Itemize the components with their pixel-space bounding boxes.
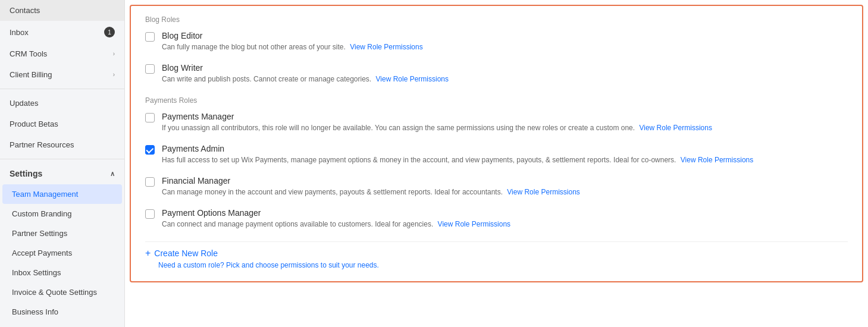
role-item-blog-writer: Blog Writer Can write and publish posts.… xyxy=(145,63,848,84)
role-content-blog-writer: Blog Writer Can write and publish posts.… xyxy=(162,63,848,84)
sidebar-item-updates[interactable]: Updates xyxy=(0,93,124,114)
view-permissions-link[interactable]: View Role Permissions xyxy=(507,188,580,196)
sidebar-item-product-betas[interactable]: Product Betas xyxy=(0,114,124,134)
role-content-blog-editor: Blog Editor Can fully manage the blog bu… xyxy=(162,31,848,52)
view-permissions-link[interactable]: View Role Permissions xyxy=(681,156,754,164)
divider xyxy=(0,159,124,159)
role-item-payment-options-manager: Payment Options Manager Can connect and … xyxy=(145,208,848,229)
payment-roles-list: Payments Manager If you unassign all con… xyxy=(145,112,848,229)
role-desc: If you unassign all contributors, this r… xyxy=(162,122,848,133)
role-item-payments-manager: Payments Manager If you unassign all con… xyxy=(145,112,848,133)
role-desc: Can connect and manage payment options a… xyxy=(162,219,848,229)
roles-content-box: Blog Roles Blog Editor Can fully manage … xyxy=(130,5,863,282)
role-content-payments-admin: Payments Admin Has full access to set up… xyxy=(162,144,848,165)
role-name: Blog Writer xyxy=(162,63,848,73)
role-content-financial-manager: Financial Manager Can manage money in th… xyxy=(162,176,848,197)
checkbox-control[interactable] xyxy=(145,177,155,187)
role-name: Payments Manager xyxy=(162,112,848,121)
checkbox-financial-manager[interactable] xyxy=(145,177,155,187)
sidebar-sub-item-custom-branding[interactable]: Custom Branding xyxy=(0,204,124,224)
sidebar-item-partner-resources[interactable]: Partner Resources xyxy=(0,134,124,155)
sidebar-sub-item-team-management[interactable]: Team Management xyxy=(2,184,122,204)
chevron-up-icon: ∧ xyxy=(110,170,115,178)
role-content-payments-manager: Payments Manager If you unassign all con… xyxy=(162,112,848,133)
sidebar-item-partner-resources-label: Partner Resources xyxy=(10,140,74,149)
sidebar-item-contacts-label: Contacts xyxy=(10,6,40,15)
payments-roles-section-label: Payments Roles xyxy=(145,96,848,105)
checkbox-payments-manager[interactable] xyxy=(145,113,155,122)
checkbox-blog-editor[interactable] xyxy=(145,32,155,42)
role-desc: Can manage money in the account and view… xyxy=(162,187,848,197)
checkbox-control[interactable] xyxy=(145,209,155,219)
role-item-blog-editor: Blog Editor Can fully manage the blog bu… xyxy=(145,31,848,52)
create-role-title-text: Create New Role xyxy=(154,249,218,258)
view-permissions-link[interactable]: View Role Permissions xyxy=(350,43,423,51)
create-role-subtitle: Need a custom role? Pick and choose perm… xyxy=(158,261,848,269)
sidebar-sub-item-invoice--quote-settings[interactable]: Invoice & Quote Settings xyxy=(0,282,124,302)
role-desc: Has full access to set up Wix Payments, … xyxy=(162,155,848,165)
sidebar-item-updates-label: Updates xyxy=(10,99,38,108)
role-name: Financial Manager xyxy=(162,176,848,185)
role-desc: Can fully manage the blog but not other … xyxy=(162,42,848,52)
checkbox-control[interactable] xyxy=(145,32,155,42)
checkbox-control[interactable] xyxy=(145,145,155,155)
checkbox-control[interactable] xyxy=(145,113,155,122)
settings-sub-menu: Team ManagementCustom BrandingPartner Se… xyxy=(0,184,124,327)
blog-roles-list: Blog Editor Can fully manage the blog bu… xyxy=(145,31,848,84)
checkbox-control[interactable] xyxy=(145,64,155,74)
sidebar-sub-item-business-info[interactable]: Business Info xyxy=(0,302,124,322)
create-role-section: + Create New Role Need a custom role? Pi… xyxy=(145,241,848,269)
chevron-right-icon: › xyxy=(113,51,115,57)
create-new-role-button[interactable]: + Create New Role xyxy=(145,248,848,259)
settings-label: Settings xyxy=(10,169,42,178)
checkbox-payments-admin[interactable] xyxy=(145,145,155,155)
role-desc: Can write and publish posts. Cannot crea… xyxy=(162,74,848,84)
view-permissions-link[interactable]: View Role Permissions xyxy=(438,220,511,228)
sidebar-sub-item-partner-settings[interactable]: Partner Settings xyxy=(0,224,124,243)
view-permissions-link[interactable]: View Role Permissions xyxy=(639,124,712,132)
plus-icon: + xyxy=(145,248,151,259)
sidebar-item-client-billing[interactable]: Client Billing › xyxy=(0,64,124,85)
sidebar-item-contacts[interactable]: Contacts xyxy=(0,0,124,21)
sidebar-item-crm-label: CRM Tools xyxy=(10,49,47,58)
sidebar-item-inbox-label: Inbox xyxy=(10,28,29,37)
inbox-badge: 1 xyxy=(104,27,115,37)
payments-section: Payments Roles Payments Manager If you u… xyxy=(145,96,848,229)
role-item-financial-manager: Financial Manager Can manage money in th… xyxy=(145,176,848,197)
sidebar-item-crm-tools[interactable]: CRM Tools › xyxy=(0,43,124,64)
sidebar-item-inbox[interactable]: Inbox 1 xyxy=(0,21,124,43)
role-content-payment-options-manager: Payment Options Manager Can connect and … xyxy=(162,208,848,229)
checkbox-blog-writer[interactable] xyxy=(145,64,155,74)
sidebar-sub-item-language--region[interactable]: Language & Region xyxy=(0,322,124,327)
divider xyxy=(0,89,124,89)
main-content: Blog Roles Blog Editor Can fully manage … xyxy=(125,0,868,327)
sidebar-item-product-betas-label: Product Betas xyxy=(10,120,58,128)
view-permissions-link[interactable]: View Role Permissions xyxy=(376,75,449,83)
sidebar: Contacts Inbox 1 CRM Tools › Client Bill… xyxy=(0,0,125,327)
role-name: Payment Options Manager xyxy=(162,208,848,218)
sidebar-item-client-billing-label: Client Billing xyxy=(10,70,52,79)
role-item-payments-admin: Payments Admin Has full access to set up… xyxy=(145,144,848,165)
role-name: Blog Editor xyxy=(162,31,848,40)
settings-section-header[interactable]: Settings ∧ xyxy=(0,163,124,184)
blog-roles-section-label: Blog Roles xyxy=(145,15,848,24)
role-name: Payments Admin xyxy=(162,144,848,153)
chevron-right-icon: › xyxy=(113,71,115,78)
checkbox-payment-options-manager[interactable] xyxy=(145,209,155,219)
sidebar-sub-item-accept-payments[interactable]: Accept Payments xyxy=(0,243,124,263)
sidebar-sub-item-inbox-settings[interactable]: Inbox Settings xyxy=(0,263,124,282)
